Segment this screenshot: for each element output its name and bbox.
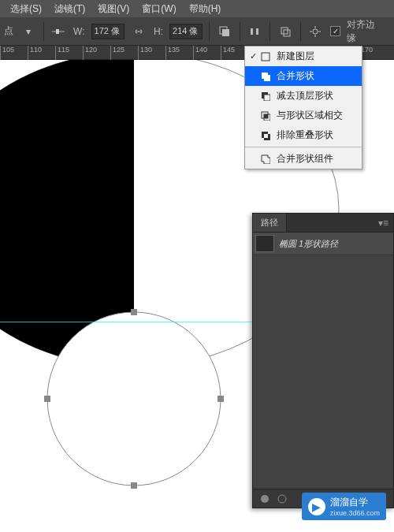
tab-paths[interactable]: 路径 <box>253 214 287 232</box>
svg-point-16 <box>47 312 221 485</box>
svg-rect-19 <box>217 396 224 402</box>
svg-rect-7 <box>284 30 290 36</box>
menu-item-label: 合并形状组件 <box>277 152 333 166</box>
ruler-tick: 105 <box>0 46 14 60</box>
svg-point-8 <box>313 29 318 34</box>
ruler-tick: 140 <box>193 46 207 60</box>
menu-item-label: 与形状区域相交 <box>277 109 343 122</box>
svg-rect-1 <box>56 29 59 34</box>
svg-rect-21 <box>262 53 269 61</box>
svg-rect-18 <box>44 396 50 402</box>
svg-rect-31 <box>264 134 268 138</box>
ruler-tick: 115 <box>55 46 69 60</box>
ruler-tick: 145 <box>221 46 235 60</box>
divider <box>43 22 44 41</box>
divider <box>269 22 270 41</box>
watermark-title: 溜溜自学 <box>330 496 380 509</box>
path-operations-icon[interactable] <box>216 23 233 40</box>
path-operations-menu: ✓ 新建图层 合并形状 减去顶层形状 与形状区域相交 排除重叠形状 合并形状组件 <box>244 46 362 169</box>
menu-item-label: 减去顶层形状 <box>277 89 333 102</box>
menu-window[interactable]: 窗口(W) <box>136 2 182 16</box>
play-icon: ▶ <box>308 498 325 515</box>
gear-icon[interactable] <box>307 23 325 40</box>
ruler-tick: 130 <box>138 46 152 60</box>
square-icon <box>261 52 273 61</box>
svg-rect-25 <box>264 95 270 101</box>
svg-rect-3 <box>222 29 229 36</box>
intersect-icon <box>261 111 273 121</box>
align-edges-label: 对齐边缘 <box>347 18 384 45</box>
menu-item-label: 合并形状 <box>277 69 314 83</box>
svg-rect-5 <box>256 28 258 35</box>
arrange-icon[interactable] <box>277 23 294 40</box>
align-edges-checkbox[interactable] <box>330 26 340 36</box>
fill-path-icon[interactable] <box>256 490 273 508</box>
menu-exclude[interactable]: 排除重叠形状 <box>245 125 362 145</box>
panel-header: 路径 ▾≡ <box>253 214 393 233</box>
ruler-tick: 135 <box>165 46 180 60</box>
width-input[interactable] <box>91 24 125 39</box>
path-label: 椭圆 1形状路径 <box>279 238 338 250</box>
exclude-icon <box>261 131 273 140</box>
height-label: H: <box>154 26 163 37</box>
menu-merge-components[interactable]: 合并形状组件 <box>245 149 362 169</box>
menubar: 选择(S) 滤镜(T) 视图(V) 窗口(W) 帮助(H) <box>0 0 394 17</box>
ruler-tick: 120 <box>83 46 97 60</box>
svg-point-33 <box>278 495 286 503</box>
menu-item-label: 排除重叠形状 <box>277 128 333 142</box>
ruler-tick: 110 <box>28 46 42 60</box>
svg-rect-4 <box>251 28 253 35</box>
svg-point-32 <box>261 495 269 503</box>
anchor-dropdown-icon[interactable]: ▾ <box>20 23 37 40</box>
divider <box>209 22 210 41</box>
menu-select[interactable]: 选择(S) <box>4 2 48 16</box>
options-bar: 点 ▾ W: H: 对齐边缘 <box>0 17 394 46</box>
stroke-path-icon[interactable] <box>273 490 291 508</box>
menu-view[interactable]: 视图(V) <box>91 2 136 16</box>
merge-icon <box>261 154 273 164</box>
path-thumbnail <box>255 235 274 252</box>
menu-subtract-front[interactable]: 减去顶层形状 <box>245 86 362 106</box>
link-icon[interactable] <box>131 23 148 40</box>
width-label: W: <box>73 26 84 37</box>
svg-rect-28 <box>264 114 268 118</box>
align-icon[interactable] <box>247 23 264 40</box>
watermark-url: zixue.3d66.com <box>330 509 380 517</box>
menu-new-layer[interactable]: ✓ 新建图层 <box>245 47 362 66</box>
menu-separator <box>245 147 362 147</box>
panel-menu-icon[interactable]: ▾≡ <box>374 218 393 229</box>
divider <box>300 22 301 41</box>
path-item[interactable]: 椭圆 1形状路径 <box>253 233 393 255</box>
divider <box>240 22 240 41</box>
svg-rect-17 <box>131 309 137 315</box>
subtract-icon <box>261 91 273 101</box>
slider-icon[interactable] <box>50 23 68 40</box>
menu-item-label: 新建图层 <box>277 50 314 63</box>
svg-rect-23 <box>264 75 270 81</box>
combine-icon <box>261 72 273 81</box>
svg-rect-20 <box>131 482 137 489</box>
paths-panel: 路径 ▾≡ 椭圆 1形状路径 <box>252 213 394 508</box>
menu-help[interactable]: 帮助(H) <box>183 2 228 16</box>
menu-filter[interactable]: 滤镜(T) <box>48 2 91 16</box>
height-input[interactable] <box>169 24 203 39</box>
checkmark-icon: ✓ <box>250 51 261 61</box>
svg-rect-6 <box>281 28 288 34</box>
anchor-point-label: 点 <box>4 24 13 38</box>
watermark: ▶ 溜溜自学 zixue.3d66.com <box>302 493 386 520</box>
menu-combine-shapes[interactable]: 合并形状 <box>245 66 362 86</box>
ruler-tick: 125 <box>110 46 125 60</box>
menu-intersect[interactable]: 与形状区域相交 <box>245 106 362 125</box>
